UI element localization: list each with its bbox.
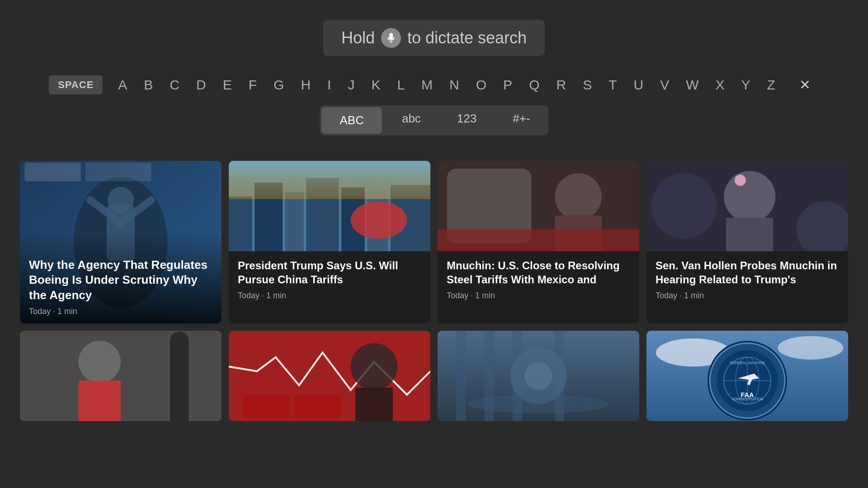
mode-uppercase[interactable]: ABC (321, 107, 382, 134)
key-k[interactable]: K (363, 74, 389, 96)
key-t[interactable]: T (600, 74, 625, 96)
svg-rect-24 (438, 230, 639, 251)
svg-point-32 (79, 341, 121, 383)
card-2-illustration (229, 161, 430, 251)
news-card-3-image (438, 161, 639, 251)
svg-point-49 (524, 362, 552, 390)
key-a[interactable]: A (110, 74, 136, 96)
key-z[interactable]: Z (759, 74, 784, 96)
mode-symbols[interactable]: #+- (495, 105, 548, 136)
key-n[interactable]: N (441, 74, 468, 96)
svg-rect-34 (170, 343, 189, 421)
news-card-2-image (229, 161, 430, 251)
news-card-4-meta: Today · 1 min (656, 291, 839, 300)
key-j[interactable]: J (340, 74, 363, 96)
svg-rect-12 (285, 192, 303, 251)
card-6-illustration (229, 331, 430, 421)
search-prompt-hold: Hold (341, 28, 375, 47)
key-b[interactable]: B (136, 74, 161, 96)
key-space[interactable]: SPACE (49, 75, 103, 94)
key-m[interactable]: M (413, 74, 441, 96)
key-y[interactable]: Y (733, 74, 759, 96)
key-d[interactable]: D (188, 74, 215, 96)
svg-rect-39 (355, 388, 393, 421)
key-h[interactable]: H (292, 74, 319, 96)
news-card-6-image (229, 331, 430, 421)
key-f[interactable]: F (241, 74, 265, 96)
svg-point-18 (351, 202, 407, 239)
svg-rect-17 (229, 161, 430, 199)
card-4-illustration (646, 161, 848, 251)
search-prompt-suffix: to dictate search (407, 28, 527, 47)
key-u[interactable]: U (625, 74, 652, 96)
mode-numbers[interactable]: 123 (439, 105, 495, 136)
keyboard-mode-row: ABC abc 123 #+- (0, 105, 868, 136)
key-c[interactable]: C (161, 74, 188, 96)
svg-rect-33 (79, 380, 121, 421)
svg-rect-10 (229, 197, 252, 251)
card-3-illustration (438, 161, 639, 251)
card-5-illustration (20, 331, 222, 421)
news-card-8-image: FAA FEDERAL AVIATION ADMINISTRATION (646, 331, 848, 421)
card-8-illustration: FAA FEDERAL AVIATION ADMINISTRATION (646, 331, 848, 421)
key-o[interactable]: O (468, 74, 495, 96)
svg-point-22 (555, 173, 602, 220)
news-card-1-meta: Today · 1 min (29, 307, 212, 316)
keyboard-row: SPACE A B C D E F G H I J K L M N O P Q … (0, 73, 868, 96)
news-card-6[interactable] (229, 331, 430, 421)
news-card-3[interactable]: Mnuchin: U.S. Close to Resolving Steel T… (438, 161, 639, 324)
news-card-3-meta: Today · 1 min (447, 291, 630, 300)
svg-rect-40 (243, 394, 290, 418)
news-card-5[interactable] (20, 331, 222, 421)
search-bar-container: Hold to dictate search (0, 0, 868, 56)
news-card-1-overlay: Why the Agency That Regulates Boeing Is … (20, 230, 222, 324)
keyboard-mode-selector: ABC abc 123 #+- (320, 105, 548, 136)
mic-icon[interactable] (381, 28, 401, 48)
mic-svg (386, 33, 396, 43)
news-card-7-image (438, 331, 639, 421)
search-bar[interactable]: Hold to dictate search (323, 20, 545, 56)
news-card-2-content: President Trump Says U.S. Will Pursue Ch… (229, 251, 430, 310)
svg-point-28 (651, 173, 717, 239)
key-s[interactable]: S (575, 74, 600, 96)
key-r[interactable]: R (548, 74, 575, 96)
svg-rect-41 (294, 394, 341, 418)
svg-point-38 (351, 343, 398, 390)
news-card-1[interactable]: Why the Agency That Regulates Boeing Is … (20, 161, 222, 324)
news-card-4-image (646, 161, 848, 251)
news-card-5-image (20, 331, 222, 421)
svg-point-4 (108, 187, 134, 213)
news-card-2[interactable]: President Trump Says U.S. Will Pursue Ch… (229, 161, 430, 324)
news-card-8[interactable]: FAA FEDERAL AVIATION ADMINISTRATION (646, 331, 848, 421)
close-icon[interactable]: ✕ (791, 73, 819, 96)
card-7-illustration (438, 331, 639, 421)
key-v[interactable]: V (652, 74, 678, 96)
key-g[interactable]: G (265, 74, 292, 96)
svg-point-30 (735, 175, 746, 186)
news-grid: Why the Agency That Regulates Boeing Is … (0, 143, 868, 421)
svg-text:ADMINISTRATION: ADMINISTRATION (731, 397, 763, 401)
svg-rect-8 (85, 163, 151, 181)
key-p[interactable]: P (495, 74, 521, 96)
mode-lowercase[interactable]: abc (384, 105, 439, 136)
key-e[interactable]: E (215, 74, 241, 96)
key-l[interactable]: L (389, 74, 413, 96)
news-card-1-title: Why the Agency That Regulates Boeing Is … (29, 258, 212, 303)
svg-text:FEDERAL AVIATION: FEDERAL AVIATION (730, 361, 764, 365)
news-card-4-content: Sen. Van Hollen Probes Mnuchin in Hearin… (646, 251, 848, 310)
key-w[interactable]: W (678, 74, 707, 96)
svg-point-26 (724, 171, 775, 222)
key-x[interactable]: X (708, 74, 733, 96)
svg-rect-27 (726, 218, 773, 251)
svg-rect-7 (24, 163, 80, 181)
key-i[interactable]: I (319, 74, 340, 96)
svg-point-54 (778, 336, 843, 360)
news-card-7[interactable] (438, 331, 639, 421)
news-card-3-content: Mnuchin: U.S. Close to Resolving Steel T… (438, 251, 639, 310)
news-card-2-meta: Today · 1 min (238, 291, 421, 300)
news-card-4[interactable]: Sen. Van Hollen Probes Mnuchin in Hearin… (646, 161, 848, 324)
news-card-2-title: President Trump Says U.S. Will Pursue Ch… (238, 258, 421, 286)
news-card-4-title: Sen. Van Hollen Probes Mnuchin in Hearin… (656, 258, 839, 286)
news-card-3-title: Mnuchin: U.S. Close to Resolving Steel T… (447, 258, 630, 286)
key-q[interactable]: Q (521, 74, 548, 96)
